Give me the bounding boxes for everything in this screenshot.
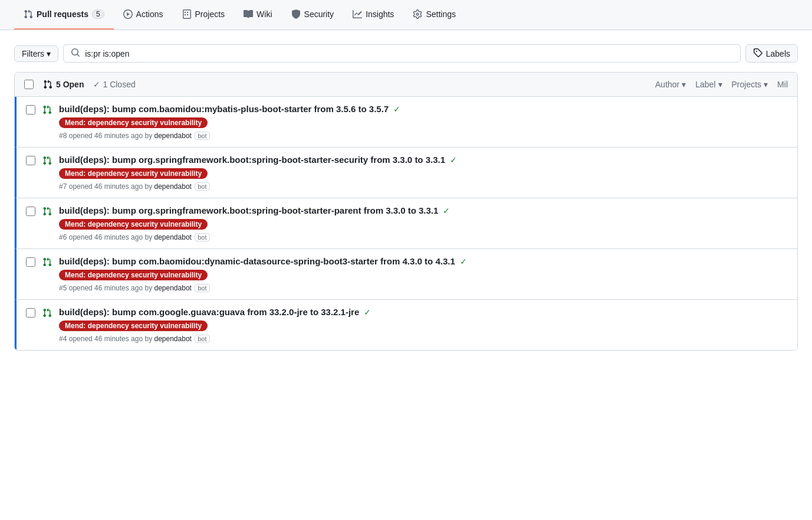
pr-meta: #4 opened 46 minutes ago by dependabot b… xyxy=(59,335,788,343)
nav-wiki[interactable]: Wiki xyxy=(234,0,281,30)
nav-projects-label: Projects xyxy=(195,9,225,19)
bot-badge: bot xyxy=(195,284,209,292)
check-status-icon: ✓ xyxy=(364,308,371,317)
pr-meta: #7 opened 46 minutes ago by dependabot b… xyxy=(59,182,788,191)
pr-state-icon xyxy=(42,156,52,167)
labels-label: Labels xyxy=(766,49,790,58)
list-item: build(deps): bump com.google.guava:guava… xyxy=(15,300,797,350)
pr-number: #6 xyxy=(59,233,67,241)
bot-badge: bot xyxy=(195,182,209,191)
pr-label-mend[interactable]: Mend: dependency security vulnerability xyxy=(59,168,208,179)
search-box xyxy=(63,44,741,63)
projects-icon xyxy=(182,9,192,19)
bot-badge: bot xyxy=(195,335,209,343)
projects-sort-label: Projects xyxy=(732,80,762,89)
pr-time: opened 46 minutes ago by xyxy=(69,233,154,241)
label-tag-icon xyxy=(753,48,762,59)
pr-number: #7 xyxy=(59,182,67,191)
filters-label: Filters xyxy=(22,49,44,58)
pull-request-icon xyxy=(24,9,33,19)
search-input[interactable] xyxy=(85,49,733,58)
pr-label-mend[interactable]: Mend: dependency security vulnerability xyxy=(59,117,208,128)
pr-checkbox-pr-7[interactable] xyxy=(26,156,35,165)
pr-title-row: build(deps): bump org.springframework.bo… xyxy=(59,155,788,165)
pr-number: #4 xyxy=(59,335,67,343)
label-sort-label: Label xyxy=(695,80,715,89)
nav-security-label: Security xyxy=(304,9,334,19)
pr-label-mend[interactable]: Mend: dependency security vulnerability xyxy=(59,219,208,230)
label-sort-button[interactable]: Label ▾ xyxy=(695,80,722,89)
insights-icon xyxy=(353,9,362,19)
search-icon xyxy=(71,48,80,59)
pr-author[interactable]: dependabot xyxy=(154,284,191,292)
security-icon xyxy=(291,9,301,19)
list-header-left: 5 Open ✓ 1 Closed xyxy=(24,80,646,89)
check-status-icon: ✓ xyxy=(393,104,400,114)
pr-state-icon xyxy=(42,207,52,218)
pr-time: opened 46 minutes ago by xyxy=(69,182,154,191)
pr-title[interactable]: build(deps): bump org.springframework.bo… xyxy=(59,205,438,215)
nav-insights-label: Insights xyxy=(366,9,394,19)
pr-state-icon xyxy=(42,257,52,269)
pr-state-icon xyxy=(42,105,52,116)
nav-settings[interactable]: Settings xyxy=(403,0,465,30)
pr-label-mend[interactable]: Mend: dependency security vulnerability xyxy=(59,270,208,280)
pr-checkbox-pr-4[interactable] xyxy=(26,308,35,318)
check-status-icon: ✓ xyxy=(460,257,467,266)
nav-actions[interactable]: Actions xyxy=(114,0,173,30)
pr-title[interactable]: build(deps): bump com.baomidou:mybatis-p… xyxy=(59,104,389,114)
pr-checkbox-pr-6[interactable] xyxy=(26,207,35,216)
labels-button[interactable]: Labels xyxy=(745,44,798,63)
pr-content: build(deps): bump com.baomidou:mybatis-p… xyxy=(59,104,788,140)
pr-author[interactable]: dependabot xyxy=(154,132,191,140)
label-chevron-icon: ▾ xyxy=(718,80,722,89)
list-item: build(deps): bump org.springframework.bo… xyxy=(15,148,797,198)
list-item: build(deps): bump com.baomidou:dynamic-d… xyxy=(15,249,797,300)
list-item: build(deps): bump org.springframework.bo… xyxy=(15,198,797,249)
pr-author[interactable]: dependabot xyxy=(154,182,191,191)
projects-chevron-icon: ▾ xyxy=(764,80,768,89)
pr-title-row: build(deps): bump com.google.guava:guava… xyxy=(59,307,788,317)
author-sort-button[interactable]: Author ▾ xyxy=(655,80,686,89)
nav-security[interactable]: Security xyxy=(282,0,344,30)
pr-state-icon xyxy=(42,308,52,319)
pr-content: build(deps): bump com.google.guava:guava… xyxy=(59,307,788,343)
open-count-label: 5 Open xyxy=(56,80,84,89)
pr-meta: #5 opened 46 minutes ago by dependabot b… xyxy=(59,284,788,292)
pr-checkbox-pr-5[interactable] xyxy=(26,257,35,267)
pr-label-mend[interactable]: Mend: dependency security vulnerability xyxy=(59,320,208,331)
nav-settings-label: Settings xyxy=(426,9,456,19)
pr-meta: #6 opened 46 minutes ago by dependabot b… xyxy=(59,233,788,241)
top-nav: Pull requests 5 Actions Projects Wiki xyxy=(0,0,812,30)
pr-checkbox-pr-8[interactable] xyxy=(26,105,35,115)
pr-time: opened 46 minutes ago by xyxy=(69,132,154,140)
pr-items-list: build(deps): bump com.baomidou:mybatis-p… xyxy=(15,97,797,350)
pr-title-row: build(deps): bump com.baomidou:dynamic-d… xyxy=(59,256,788,266)
pr-title-row: build(deps): bump com.baomidou:mybatis-p… xyxy=(59,104,788,114)
open-pr-icon xyxy=(43,80,52,89)
pr-title[interactable]: build(deps): bump org.springframework.bo… xyxy=(59,155,445,165)
author-sort-label: Author xyxy=(655,80,679,89)
pr-title[interactable]: build(deps): bump com.google.guava:guava… xyxy=(59,307,359,317)
closed-count[interactable]: ✓ 1 Closed xyxy=(93,80,135,89)
nav-pull-requests[interactable]: Pull requests 5 xyxy=(14,0,114,30)
projects-sort-button[interactable]: Projects ▾ xyxy=(732,80,768,89)
pr-time: opened 46 minutes ago by xyxy=(69,284,154,292)
pr-title[interactable]: build(deps): bump com.baomidou:dynamic-d… xyxy=(59,256,455,266)
pr-content: build(deps): bump org.springframework.bo… xyxy=(59,155,788,191)
nav-projects[interactable]: Projects xyxy=(173,0,235,30)
open-count[interactable]: 5 Open xyxy=(43,80,84,89)
nav-insights[interactable]: Insights xyxy=(343,0,403,30)
check-status-icon: ✓ xyxy=(450,155,457,165)
select-all-checkbox[interactable] xyxy=(24,80,34,89)
pr-time: opened 46 minutes ago by xyxy=(69,335,154,343)
pull-requests-badge: 5 xyxy=(92,9,104,19)
milestone-sort-button[interactable]: Mil xyxy=(777,80,788,89)
pr-author[interactable]: dependabot xyxy=(154,233,191,241)
nav-wiki-label: Wiki xyxy=(257,9,272,19)
bot-badge: bot xyxy=(195,233,209,241)
pr-author[interactable]: dependabot xyxy=(154,335,191,343)
filters-button[interactable]: Filters ▾ xyxy=(14,45,58,62)
pr-title-row: build(deps): bump org.springframework.bo… xyxy=(59,205,788,215)
nav-pull-requests-label: Pull requests xyxy=(37,9,88,19)
